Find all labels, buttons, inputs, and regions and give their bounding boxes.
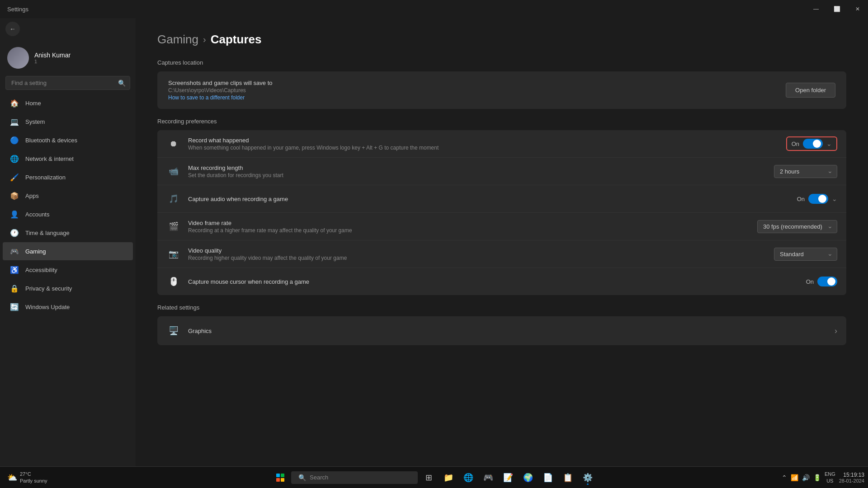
sidebar-item-privacy[interactable]: 🔒 Privacy & security bbox=[3, 279, 133, 297]
toggle-control-record_what_happened[interactable]: On ⌄ bbox=[786, 136, 837, 151]
toggle-knob-record_what_happened bbox=[813, 140, 821, 148]
taskbar-icon-3[interactable]: 📝 bbox=[499, 469, 517, 487]
open-folder-button[interactable]: Open folder bbox=[786, 83, 835, 98]
maximize-button[interactable]: ⬜ bbox=[826, 2, 847, 16]
setting-text-capture_mouse: Capture mouse cursor when recording a ga… bbox=[188, 278, 799, 285]
breadcrumb-separator: › bbox=[203, 34, 206, 45]
taskbar-search-placeholder: Search bbox=[310, 474, 328, 481]
svg-rect-1 bbox=[281, 474, 284, 477]
toggle-label-capture_mouse: On bbox=[806, 278, 814, 285]
breadcrumb: Gaming › Captures bbox=[157, 33, 846, 47]
toggle-control-capture_mouse[interactable]: On bbox=[806, 277, 837, 286]
nav-icon-accounts: 👤 bbox=[10, 210, 19, 219]
weather-condition: Partly sunny bbox=[20, 478, 47, 484]
nav-label-gaming: Gaming bbox=[25, 248, 46, 255]
taskbar-icon-5[interactable]: 📄 bbox=[539, 469, 557, 487]
dropdown-wrap-video_frame_rate[interactable]: 30 fps (recommended)60 fps bbox=[757, 220, 837, 233]
user-section[interactable]: Anish Kumar 1 bbox=[0, 40, 136, 74]
start-button[interactable] bbox=[271, 469, 289, 487]
taskbar-icon-2[interactable]: 🎮 bbox=[479, 469, 497, 487]
nav-label-home: Home bbox=[25, 100, 41, 107]
nav-icon-home: 🏠 bbox=[10, 99, 19, 108]
nav-icon-time: 🕐 bbox=[10, 228, 19, 237]
back-button[interactable]: ← bbox=[5, 22, 20, 36]
battery-icon[interactable]: 🔋 bbox=[813, 474, 821, 481]
taskbar-icon-1[interactable]: 🌐 bbox=[459, 469, 477, 487]
breadcrumb-parent[interactable]: Gaming bbox=[157, 33, 198, 47]
related-settings-section: Related settings 🖥️ Graphics › bbox=[157, 304, 846, 345]
title-bar-left: Settings bbox=[5, 6, 28, 13]
sidebar-item-gaming[interactable]: 🎮 Gaming bbox=[3, 242, 133, 260]
search-box: 🔍 bbox=[5, 76, 130, 90]
sidebar-item-apps[interactable]: 📦 Apps bbox=[3, 187, 133, 205]
file-explorer-icon[interactable]: 📁 bbox=[439, 469, 458, 487]
setting-text-record_what_happened: Record what happened When something cool… bbox=[188, 137, 779, 151]
avatar bbox=[7, 47, 29, 69]
dropdown-video_quality[interactable]: StandardHigh bbox=[774, 248, 837, 261]
toggle-control-capture_audio[interactable]: On ⌄ bbox=[797, 194, 837, 204]
toggle-capture_audio[interactable] bbox=[808, 194, 828, 204]
minimize-button[interactable]: — bbox=[806, 2, 826, 16]
weather-icon: ⛅ bbox=[7, 473, 17, 483]
nav-label-windows_update: Windows Update bbox=[25, 304, 70, 310]
dropdown-wrap-video_quality[interactable]: StandardHigh bbox=[774, 248, 837, 261]
graphics-row[interactable]: 🖥️ Graphics › bbox=[157, 316, 846, 345]
nav-icon-gaming: 🎮 bbox=[10, 247, 19, 256]
setting-label-video_frame_rate: Video frame rate bbox=[188, 220, 750, 226]
sidebar-item-windows_update[interactable]: 🔄 Windows Update bbox=[3, 298, 133, 316]
sidebar: ← Anish Kumar 1 🔍 🏠 Home 💻 System 🔵 Blue… bbox=[0, 18, 136, 466]
sidebar-item-accessibility[interactable]: ♿ Accessibility bbox=[3, 261, 133, 279]
toggle-chevron-record_what_happened[interactable]: ⌄ bbox=[826, 140, 832, 147]
search-input[interactable] bbox=[5, 76, 130, 90]
task-view-button[interactable]: ⊞ bbox=[420, 469, 438, 487]
sidebar-item-network[interactable]: 🌐 Network & internet bbox=[3, 150, 133, 168]
setting-icon-capture_mouse: 🖱️ bbox=[166, 274, 181, 289]
app-title: Settings bbox=[7, 6, 28, 13]
setting-row-capture_mouse: 🖱️ Capture mouse cursor when recording a… bbox=[157, 268, 846, 295]
svg-rect-3 bbox=[281, 478, 284, 482]
setting-label-capture_mouse: Capture mouse cursor when recording a ga… bbox=[188, 278, 799, 285]
toggle-capture_mouse[interactable] bbox=[817, 277, 837, 286]
app-body: ← Anish Kumar 1 🔍 🏠 Home 💻 System 🔵 Blue… bbox=[0, 18, 868, 466]
dropdown-video_frame_rate[interactable]: 30 fps (recommended)60 fps bbox=[757, 220, 837, 233]
network-icon[interactable]: 📶 bbox=[791, 474, 798, 481]
captures-location-title: Captures location bbox=[157, 59, 846, 66]
taskbar-search[interactable]: 🔍 Search bbox=[291, 471, 418, 484]
captures-location-link[interactable]: How to save to a different folder bbox=[168, 94, 245, 101]
setting-icon-video_frame_rate: 🎬 bbox=[166, 219, 181, 234]
sidebar-item-home[interactable]: 🏠 Home bbox=[3, 94, 133, 112]
weather-widget[interactable]: ⛅ 27°C Partly sunny bbox=[4, 471, 51, 484]
dropdown-wrap-max_recording_length[interactable]: 30 minutes1 hour2 hours4 hours bbox=[774, 165, 837, 178]
setting-label-record_what_happened: Record what happened bbox=[188, 137, 779, 144]
taskbar-icon-4[interactable]: 🌍 bbox=[519, 469, 537, 487]
sidebar-item-bluetooth[interactable]: 🔵 Bluetooth & devices bbox=[3, 131, 133, 149]
related-settings-title: Related settings bbox=[157, 304, 846, 311]
sidebar-item-personalization[interactable]: 🖌️ Personalization bbox=[3, 168, 133, 186]
nav-label-apps: Apps bbox=[25, 192, 39, 199]
show-hidden-tray[interactable]: ⌃ bbox=[782, 474, 787, 481]
svg-rect-0 bbox=[276, 474, 280, 477]
setting-icon-capture_audio: 🎵 bbox=[166, 192, 181, 206]
captures-location-info: Screenshots and game clips will save to … bbox=[168, 80, 273, 101]
setting-row-record_what_happened: ⏺ Record what happened When something co… bbox=[157, 130, 846, 158]
setting-row-video_frame_rate: 🎬 Video frame rate Recording at a higher… bbox=[157, 213, 846, 240]
graphics-chevron-icon: › bbox=[835, 326, 837, 336]
close-button[interactable]: ✕ bbox=[847, 2, 868, 16]
sidebar-item-accounts[interactable]: 👤 Accounts bbox=[3, 205, 133, 223]
dropdown-max_recording_length[interactable]: 30 minutes1 hour2 hours4 hours bbox=[774, 165, 837, 178]
sidebar-item-system[interactable]: 💻 System bbox=[3, 113, 133, 131]
toggle-record_what_happened[interactable] bbox=[803, 139, 823, 149]
sidebar-item-time[interactable]: 🕐 Time & language bbox=[3, 224, 133, 242]
toggle-chevron-capture_audio[interactable]: ⌄ bbox=[832, 195, 837, 202]
clock[interactable]: 15:19:13 28-01-2024 bbox=[839, 472, 864, 483]
setting-text-capture_audio: Capture audio when recording a game bbox=[188, 196, 790, 202]
taskbar-icon-6[interactable]: 📋 bbox=[559, 469, 577, 487]
nav-icon-system: 💻 bbox=[10, 117, 19, 126]
setting-desc-max_recording_length: Set the duration for recordings you star… bbox=[188, 172, 767, 178]
volume-icon[interactable]: 🔊 bbox=[802, 474, 810, 481]
graphics-label: Graphics bbox=[188, 328, 212, 334]
setting-icon-video_quality: 📷 bbox=[166, 247, 181, 261]
settings-taskbar-icon[interactable]: ⚙️ bbox=[579, 469, 597, 487]
nav-label-system: System bbox=[25, 118, 45, 125]
language-indicator[interactable]: ENGUS bbox=[825, 471, 835, 484]
